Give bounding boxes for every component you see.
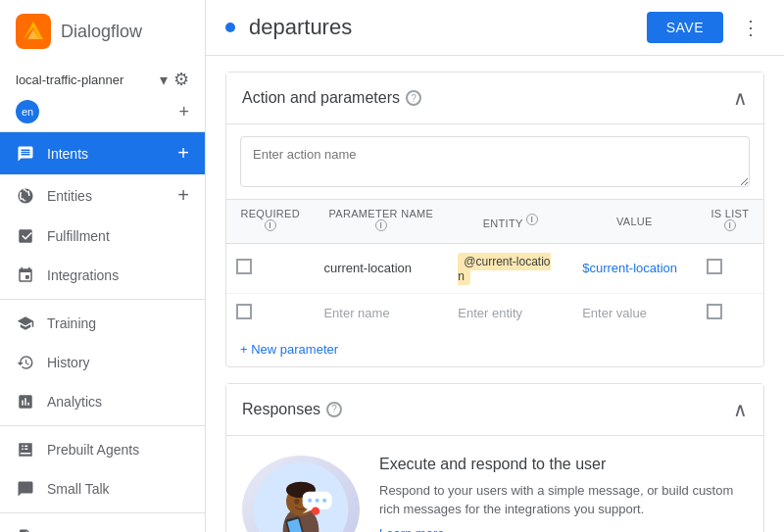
project-selector[interactable]: local-traffic-planner ▾ ⚙ [0, 63, 205, 96]
sidebar-item-fulfillment[interactable]: Fulfillment [0, 217, 205, 256]
col-value: VALUE [572, 200, 696, 244]
intents-icon [16, 144, 35, 164]
add-lang-button[interactable]: + [178, 102, 189, 122]
sidebar-item-training-label: Training [47, 315, 96, 331]
param-name-cell-1: current-location [314, 243, 448, 293]
param-name-placeholder-2[interactable]: Enter name [323, 306, 389, 320]
action-section-title: Action and parameters ? [242, 89, 421, 107]
sidebar-item-prebuilt[interactable]: Prebuilt Agents [0, 430, 205, 469]
sidebar-item-smalltalk[interactable]: Small Talk [0, 469, 205, 508]
response-description: Respond to your users with a simple mess… [379, 481, 748, 519]
fulfillment-icon [16, 226, 35, 246]
logo-text: Dialogflow [61, 22, 142, 42]
islist-checkbox-2[interactable] [707, 304, 722, 319]
svg-point-15 [316, 498, 319, 502]
action-collapse-button[interactable]: ∧ [733, 86, 748, 110]
value-placeholder-2[interactable]: Enter value [582, 306, 647, 320]
entity-badge-1[interactable]: @current-location [458, 253, 550, 285]
training-icon [16, 314, 35, 333]
logo-area: Dialogflow [0, 0, 205, 63]
entities-icon [16, 186, 35, 206]
sidebar-item-history[interactable]: History [0, 343, 205, 382]
table-row: current-location @current-location $curr… [226, 243, 763, 293]
project-dropdown-icon[interactable]: ▾ [160, 71, 168, 89]
sidebar-item-smalltalk-label: Small Talk [47, 481, 110, 497]
dialogflow-logo-icon [16, 14, 51, 49]
nav-divider-1 [0, 299, 205, 300]
svg-point-8 [294, 498, 299, 504]
col-entity: ENTITY i [448, 200, 572, 244]
sidebar-item-training[interactable]: Training [0, 304, 205, 343]
nav-divider-2 [0, 425, 205, 426]
svg-point-14 [308, 498, 312, 502]
responses-body: Execute and respond to the user Respond … [226, 436, 763, 532]
sidebar-item-analytics-label: Analytics [47, 394, 102, 410]
analytics-icon [16, 392, 35, 411]
add-entity-button[interactable]: + [177, 184, 189, 207]
sidebar-item-intents[interactable]: Intents + [0, 132, 205, 174]
sidebar-item-integrations[interactable]: Integrations [0, 256, 205, 295]
history-icon [16, 353, 35, 372]
sidebar-item-entities-label: Entities [47, 188, 92, 204]
active-indicator [225, 23, 235, 32]
response-illustration [242, 456, 360, 532]
response-heading: Execute and respond to the user [379, 456, 748, 473]
new-parameter-button[interactable]: + New parameter [226, 332, 352, 366]
required-checkbox-2[interactable] [236, 304, 252, 319]
project-name: local-traffic-planner [16, 73, 154, 87]
responses-help-icon[interactable]: ? [326, 402, 342, 417]
sidebar-item-analytics[interactable]: Analytics [0, 382, 205, 421]
lang-row: en + [0, 96, 205, 131]
more-options-button[interactable]: ⋮ [737, 12, 764, 43]
entity-placeholder-2[interactable]: Enter entity [458, 306, 522, 320]
responses-section: Responses ? ∧ [225, 383, 764, 532]
action-parameters-section: Action and parameters ? ∧ REQUIRED i PAR… [225, 72, 764, 367]
integrations-icon [16, 266, 35, 285]
smalltalk-icon [16, 479, 35, 499]
nav-divider-3 [0, 512, 205, 513]
sidebar-nav: Intents + Entities + Fulfillment Integra… [0, 132, 205, 532]
action-name-input[interactable] [240, 136, 750, 187]
required-checkbox-1[interactable] [236, 259, 252, 274]
add-intent-button[interactable]: + [177, 142, 189, 165]
project-settings-icon[interactable]: ⚙ [173, 69, 189, 90]
top-bar: departures SAVE ⋮ [206, 0, 784, 56]
islist-checkbox-1[interactable] [707, 259, 722, 274]
value-cell-1: $current-location [582, 261, 677, 275]
response-illustration-svg [252, 460, 350, 532]
col-param-name: PARAMETER NAME i [314, 200, 448, 244]
col-islist: IS LIST i [697, 200, 763, 244]
sidebar-item-history-label: History [47, 355, 90, 370]
prebuilt-icon [16, 440, 35, 459]
learn-more-link[interactable]: Learn more [379, 526, 444, 532]
docs-icon [16, 527, 35, 532]
sidebar-item-entities[interactable]: Entities + [0, 174, 205, 217]
parameters-table: REQUIRED i PARAMETER NAME i ENTITY i VAL… [226, 199, 763, 332]
svg-point-17 [312, 507, 319, 514]
save-button[interactable]: SAVE [647, 12, 723, 43]
table-row: Enter name Enter entity Enter value [226, 293, 763, 332]
responses-section-header: Responses ? ∧ [226, 384, 763, 436]
page-title: departures [249, 15, 633, 40]
svg-point-16 [322, 498, 326, 502]
response-text-area: Execute and respond to the user Respond … [379, 456, 748, 532]
action-help-icon[interactable]: ? [406, 90, 421, 106]
action-section-header: Action and parameters ? ∧ [226, 73, 763, 124]
responses-section-title: Responses ? [242, 401, 342, 418]
sidebar: Dialogflow local-traffic-planner ▾ ⚙ en … [0, 0, 206, 532]
sidebar-item-integrations-label: Integrations [47, 267, 119, 283]
sidebar-item-fulfillment-label: Fulfillment [47, 228, 110, 244]
content-area: Action and parameters ? ∧ REQUIRED i PAR… [206, 56, 784, 532]
responses-collapse-button[interactable]: ∧ [733, 398, 748, 421]
sidebar-item-docs[interactable]: Docs › [0, 517, 205, 532]
sidebar-item-intents-label: Intents [47, 146, 88, 162]
col-required: REQUIRED i [226, 200, 314, 244]
main-content: departures SAVE ⋮ Action and parameters … [206, 0, 784, 532]
lang-badge[interactable]: en [16, 100, 39, 123]
sidebar-item-prebuilt-label: Prebuilt Agents [47, 442, 139, 458]
